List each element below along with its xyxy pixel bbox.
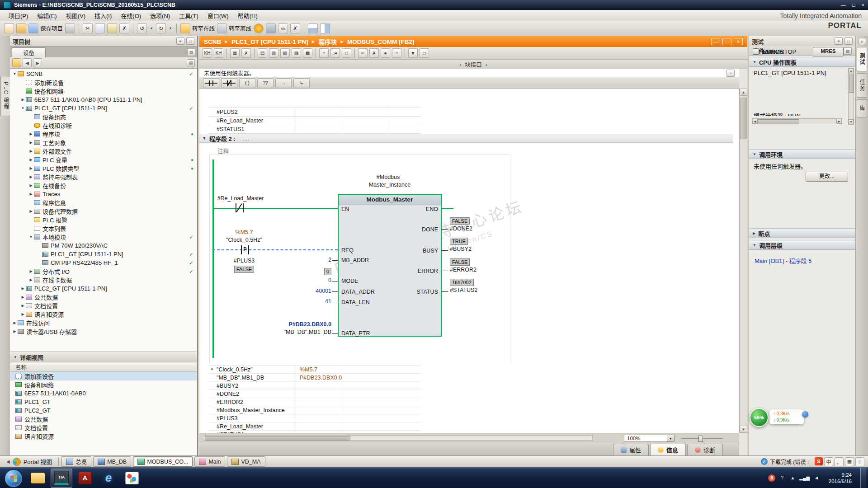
expander-icon[interactable]: ▶ xyxy=(12,329,18,333)
block-interface-splitter[interactable]: ▴ 块接口 ▴ xyxy=(199,60,747,69)
open-editor-button[interactable]: MODBUS_CO... xyxy=(133,456,193,467)
scroll-left-icon[interactable]: ◀ xyxy=(752,119,758,124)
taskbar-app-button[interactable]: TIA xyxy=(51,469,72,488)
output-operand[interactable]: #BUSY2 xyxy=(450,246,522,252)
coil-icon[interactable]: ( ) xyxy=(239,78,255,88)
panel-collapse-icon[interactable]: « xyxy=(835,38,843,45)
data-len-value[interactable]: 41 xyxy=(281,298,331,305)
output-operand[interactable]: #ERROR2 xyxy=(450,267,522,273)
toolbar-item[interactable]: ✗ xyxy=(119,23,130,33)
tree-item[interactable]: PLC1_GT [CPU 1511-1 PN] ✓ xyxy=(10,250,197,258)
data-addr-value[interactable]: 40001 xyxy=(281,288,331,294)
tree-item[interactable]: ▼ 本地模块 ✓ xyxy=(10,233,197,241)
plc-programming-vertical-tab[interactable]: PLC 编程 xyxy=(0,76,10,116)
zoom-select[interactable]: 100% ▼ xyxy=(624,435,675,442)
toolbar-item[interactable] xyxy=(176,23,177,33)
options-menu-icon[interactable]: ▤ xyxy=(844,47,852,55)
tree-item[interactable]: ▶ 设备代理数据 xyxy=(10,207,197,216)
start-button[interactable] xyxy=(5,469,23,488)
tree-item[interactable]: ▶ PLC 变量 ● xyxy=(10,155,197,164)
section-collapse-icon[interactable]: ▼ xyxy=(753,60,756,64)
detail-view-row[interactable]: 设备和网络 xyxy=(10,380,197,389)
editor-tool[interactable]: ▥ xyxy=(269,48,279,58)
tag-table-row[interactable]: ▼ "Clock_0.5Hz" %M5.7 xyxy=(208,366,421,374)
editor-tool[interactable] xyxy=(316,48,316,58)
editor-tool[interactable]: ▩ xyxy=(302,48,313,58)
lad-code-area[interactable]: 西门子工业支持中心论坛 www.ad.siemens.com.cn/CS #PL… xyxy=(199,89,739,433)
expander-icon[interactable]: ▼ xyxy=(20,106,26,110)
contact-address[interactable]: %M5.7 xyxy=(210,229,278,235)
task-card-vertical-tab[interactable]: 测试 xyxy=(857,47,867,71)
tree-item[interactable]: ▶ 分布式 I/O ✓ xyxy=(10,267,197,276)
menu-item[interactable]: 帮助(H) xyxy=(234,10,262,21)
tree-item[interactable]: 设备和网络 xyxy=(10,87,197,95)
output-monitor[interactable]: FALSE #DONE2 xyxy=(450,217,522,232)
tree-item[interactable]: ▶ 在线访问 xyxy=(10,319,197,327)
tree-item[interactable]: 设备组态 xyxy=(10,113,197,121)
portal-view-button[interactable]: ◀ Portal 视图 xyxy=(3,457,56,467)
detail-view-row[interactable]: 文档设置 xyxy=(10,423,197,432)
tag-table-row[interactable]: #Modbus_Master_Instance xyxy=(208,406,421,414)
nav-back-icon[interactable]: ◀ xyxy=(23,58,32,67)
output-monitor[interactable]: FALSE #ERROR2 xyxy=(450,258,522,273)
show-desktop-button[interactable] xyxy=(860,468,866,488)
menu-item[interactable]: 选项(N) xyxy=(146,10,174,21)
expander-icon[interactable]: ▶ xyxy=(28,183,34,188)
panel-float-icon[interactable]: □ xyxy=(186,38,194,45)
cpu-panel-vscrollbar[interactable]: ▲ ▼ xyxy=(848,68,854,125)
tree-item[interactable]: ▶ 语言和资源 xyxy=(10,310,197,319)
toolbar-item[interactable] xyxy=(79,23,79,33)
panel-collapse-icon[interactable]: « xyxy=(176,38,184,45)
tree-item[interactable]: ▶ 外部源文件 xyxy=(10,147,197,155)
editor-vertical-scrollbar[interactable]: ▲ ▼ xyxy=(739,89,747,433)
expander-icon[interactable]: ▶ xyxy=(20,304,26,308)
no-contact-icon[interactable] xyxy=(203,78,219,88)
editor-tool[interactable]: ∞ xyxy=(358,48,368,58)
ime-icon[interactable]: 中 xyxy=(824,457,833,466)
tree-columns-icon[interactable]: ▤ xyxy=(187,59,195,66)
tree-item[interactable]: ▶ 读卡器/USB 存储器 xyxy=(10,327,197,336)
data-ptr-operand[interactable]: "MB_DB".MB1_DB xyxy=(263,329,331,335)
output-monitor[interactable]: 16#7002 #STATUS2 xyxy=(450,279,522,293)
mb-addr-value[interactable]: 2 xyxy=(281,257,331,263)
tree-item[interactable]: 添加新设备 xyxy=(10,78,197,87)
detail-view-row[interactable]: 语言和资源 xyxy=(10,432,197,441)
tree-item[interactable]: ▶ PLC 数据类型 ● xyxy=(10,164,197,173)
modbus-master-block[interactable]: Modbus_Master ENREQMB_ADDRMODEDATA_ADDRD… xyxy=(338,194,442,337)
toolbar-item[interactable] xyxy=(16,23,27,33)
call-hierarchy-section-header[interactable]: ▼ 调用层级 xyxy=(749,240,855,250)
expander-icon[interactable]: ▶ xyxy=(28,278,34,282)
input-pin-label[interactable]: REQ xyxy=(341,247,354,254)
taskbar-app-button[interactable]: A xyxy=(74,469,96,488)
menu-item[interactable]: 工具(T) xyxy=(175,10,203,21)
contact-tag-name[interactable]: "Clock_0.5Hz" xyxy=(210,237,278,243)
output-pin-label[interactable]: BUSY xyxy=(423,248,438,255)
output-pin-label[interactable]: STATUS xyxy=(417,289,438,296)
toolbar-item[interactable]: ▼ xyxy=(149,24,154,33)
menu-item[interactable]: 视图(V) xyxy=(62,10,90,21)
tree-item[interactable]: ▶ 文档设置 xyxy=(10,301,197,310)
editor-window-control[interactable]: — xyxy=(711,38,720,45)
taskbar-clock[interactable]: 9:24 2016/6/16 xyxy=(823,472,857,484)
net-guard-ball[interactable]: 56% xyxy=(750,408,769,427)
tray-icon[interactable]: S xyxy=(768,474,775,482)
tag-table-row[interactable]: #BUSY2 xyxy=(208,382,421,390)
scroll-down-icon[interactable]: ▼ xyxy=(740,426,747,433)
ime-icon[interactable]: ▦ xyxy=(845,457,854,466)
output-pin-label[interactable]: ERROR xyxy=(418,268,438,275)
tree-item[interactable]: ▼ SCNB ✓ xyxy=(10,70,197,78)
tag-table-row[interactable]: #DONE2 xyxy=(208,390,421,398)
toolbar-item[interactable] xyxy=(320,23,330,33)
data-ptr-pointer[interactable]: P#DB23.DBX0.0 xyxy=(263,321,331,328)
tree-item[interactable]: ▶ 在线卡数据 xyxy=(10,276,197,284)
tree-item[interactable]: ▶ 程序块 ● xyxy=(10,130,197,138)
scrollbar-thumb[interactable] xyxy=(205,436,350,441)
taskbar-app-button[interactable] xyxy=(121,469,143,488)
toolbar-item[interactable]: 保存项目 xyxy=(28,23,63,33)
toolbar-item[interactable]: ↺ xyxy=(137,23,147,33)
expander-icon[interactable]: ▶ xyxy=(28,209,34,213)
input-pin-label[interactable]: DATA_LEN xyxy=(341,299,370,306)
input-pin-label[interactable]: MB_ADDR xyxy=(341,257,369,264)
nav-forward-icon[interactable]: ▶ xyxy=(33,58,42,67)
taskbar-app-button[interactable] xyxy=(27,469,49,488)
